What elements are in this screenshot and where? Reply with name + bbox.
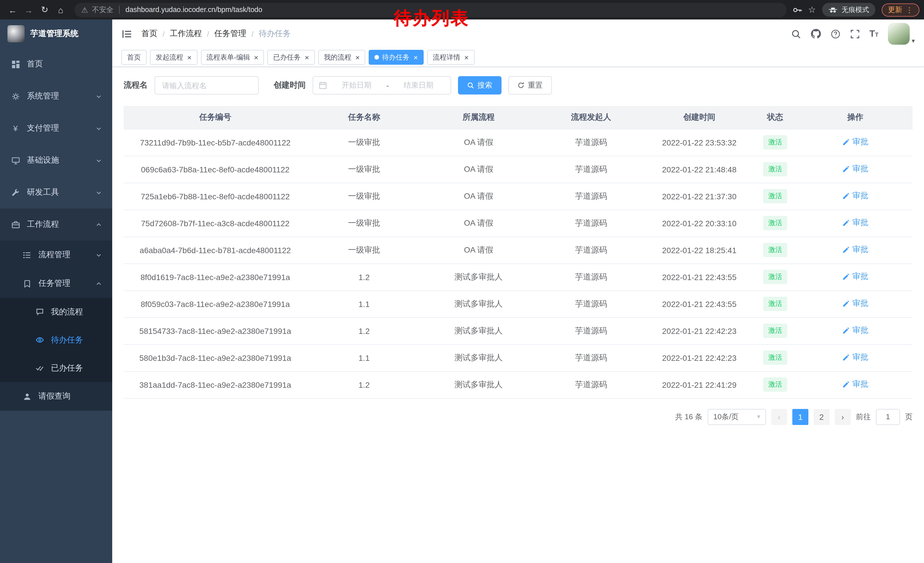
approve-link[interactable]: 审批 [842, 353, 868, 363]
tab-form-edit[interactable]: 流程表单-编辑 × [201, 50, 264, 65]
close-icon[interactable]: × [464, 54, 469, 61]
menu-kebab-icon[interactable]: ⋮ [906, 6, 913, 14]
close-icon[interactable]: × [254, 54, 258, 61]
sidebar-item-payment[interactable]: ¥ 支付管理 [0, 112, 112, 144]
approve-link[interactable]: 审批 [842, 299, 868, 309]
fullscreen-icon[interactable] [850, 29, 860, 39]
close-icon[interactable]: × [187, 54, 192, 61]
sidebar-item-system[interactable]: 系统管理 [0, 80, 112, 112]
column-header-task-name: 任务名称 [307, 106, 422, 129]
approve-link[interactable]: 审批 [842, 218, 868, 228]
approve-link[interactable]: 审批 [842, 137, 868, 147]
next-page-button[interactable]: › [835, 408, 851, 425]
font-size-icon[interactable]: TT [869, 29, 879, 38]
cell-process: OA 请假 [422, 237, 536, 263]
tab-label: 流程详情 [433, 53, 460, 62]
sidebar-item-home[interactable]: 首页 [0, 48, 112, 80]
tab-label: 发起流程 [156, 53, 183, 62]
page-size-select[interactable]: 10条/页 ▾ [708, 408, 766, 425]
page-button-2[interactable]: 2 [813, 408, 830, 425]
close-icon[interactable]: × [304, 54, 309, 61]
reset-button[interactable]: 重置 [508, 76, 552, 95]
reload-icon[interactable]: ↻ [37, 2, 52, 18]
breadcrumb-item[interactable]: 首页 [141, 29, 158, 39]
tab-my-process[interactable]: 我的流程 × [318, 50, 366, 65]
address-bar[interactable]: ⚠ 不安全 dashboard.yudao.iocoder.cn/bpm/tas… [74, 3, 786, 17]
tab-process-detail[interactable]: 流程详情 × [427, 50, 474, 65]
search-button[interactable]: 搜索 [458, 76, 501, 95]
sidebar-toggle-icon[interactable] [122, 29, 132, 39]
prev-page-button[interactable]: ‹ [771, 408, 787, 425]
breadcrumb-item[interactable]: 任务管理 [214, 29, 246, 39]
tab-done-tasks[interactable]: 已办任务 × [267, 50, 315, 65]
approve-link[interactable]: 审批 [842, 191, 868, 201]
avatar[interactable] [888, 23, 910, 45]
close-icon[interactable]: × [414, 54, 418, 61]
github-icon[interactable] [810, 29, 820, 39]
sidebar-item-todo-tasks[interactable]: 待办任务 [0, 326, 112, 354]
update-button[interactable]: 更新 ⋮ [882, 3, 920, 17]
breadcrumb-item[interactable]: 工作流程 [170, 29, 202, 39]
url-text[interactable]: dashboard.yudao.iocoder.cn/bpm/task/todo [125, 6, 262, 14]
status-badge: 激活 [763, 377, 787, 392]
date-range-picker[interactable]: 开始日期 - 结束日期 [313, 76, 451, 95]
sidebar-item-process-management[interactable]: 流程管理 [0, 240, 112, 269]
table-row: a6aba0a4-7b6d-11ec-b781-acde48001122 一级审… [124, 237, 912, 263]
tab-home[interactable]: 首页 [122, 50, 147, 65]
cell-task-id: 725a1eb6-7b88-11ec-8ef0-acde48001122 [124, 183, 307, 210]
app-logo-avatar [8, 25, 25, 42]
search-icon[interactable] [791, 29, 801, 39]
cell-task-name: 1.2 [307, 371, 422, 398]
chevron-down-icon [96, 125, 102, 131]
cell-task-id: 73211d9d-7b9b-11ec-b5b7-acde48001122 [124, 129, 307, 156]
chevron-down-icon: ▾ [757, 413, 760, 420]
status-badge: 激活 [763, 297, 787, 311]
star-icon[interactable]: ☆ [808, 5, 816, 15]
key-icon[interactable] [792, 5, 802, 15]
approve-link[interactable]: 审批 [842, 380, 868, 390]
sidebar-item-leave-query[interactable]: 请假查询 [0, 382, 112, 411]
column-header-process: 所属流程 [422, 106, 536, 129]
approve-link[interactable]: 审批 [842, 272, 868, 282]
sidebar-item-devtools[interactable]: 研发工具 [0, 176, 112, 209]
search-icon [467, 82, 474, 89]
close-icon[interactable]: × [356, 54, 360, 61]
tab-start-process[interactable]: 发起流程 × [150, 50, 197, 65]
edit-icon [842, 381, 850, 388]
breadcrumb-separator: / [252, 30, 254, 38]
home-icon[interactable]: ⌂ [52, 2, 69, 18]
process-name-input[interactable] [154, 76, 259, 95]
cell-task-id: 381aa1dd-7ac8-11ec-a9e2-a2380e71991a [124, 371, 307, 398]
approve-link[interactable]: 审批 [842, 164, 868, 174]
breadcrumb-separator: / [207, 30, 209, 38]
security-label[interactable]: 不安全 [92, 5, 113, 15]
start-date-placeholder[interactable]: 开始日期 [330, 80, 383, 90]
back-icon[interactable]: ← [4, 2, 21, 18]
double-check-icon [34, 364, 45, 372]
page-button-1[interactable]: 1 [792, 408, 808, 425]
goto-label: 前往 [856, 411, 871, 422]
cell-initiator: 芋道源码 [536, 237, 646, 263]
tab-todo-tasks[interactable]: 待办任务 × [369, 50, 424, 65]
sidebar-item-my-process[interactable]: 我的流程 [0, 298, 112, 326]
cell-task-id: 069c6a63-7b8a-11ec-8ef0-acde48001122 [124, 156, 307, 183]
approve-link[interactable]: 审批 [842, 245, 868, 255]
help-icon[interactable] [830, 29, 840, 39]
forward-icon[interactable]: → [21, 2, 37, 18]
yen-icon: ¥ [10, 124, 21, 133]
sidebar-item-infrastructure[interactable]: 基础设施 [0, 144, 112, 176]
end-date-placeholder[interactable]: 结束日期 [392, 80, 445, 90]
sidebar-item-workflow[interactable]: 工作流程 [0, 209, 112, 240]
update-label[interactable]: 更新 [888, 5, 902, 15]
tab-label: 流程表单-编辑 [206, 53, 250, 62]
cell-process: OA 请假 [422, 210, 536, 237]
sidebar-item-done-tasks[interactable]: 已办任务 [0, 354, 112, 382]
app-logo-row[interactable]: 芋道管理系统 [0, 20, 112, 48]
cell-task-name: 一级审批 [307, 183, 422, 210]
approve-link[interactable]: 审批 [842, 326, 868, 336]
cell-created: 2022-01-21 22:43:55 [646, 290, 752, 317]
user-menu[interactable]: ▾ [888, 23, 915, 45]
status-badge: 激活 [763, 350, 787, 365]
goto-page-input[interactable] [876, 408, 900, 425]
sidebar-item-task-management[interactable]: 任务管理 [0, 269, 112, 298]
